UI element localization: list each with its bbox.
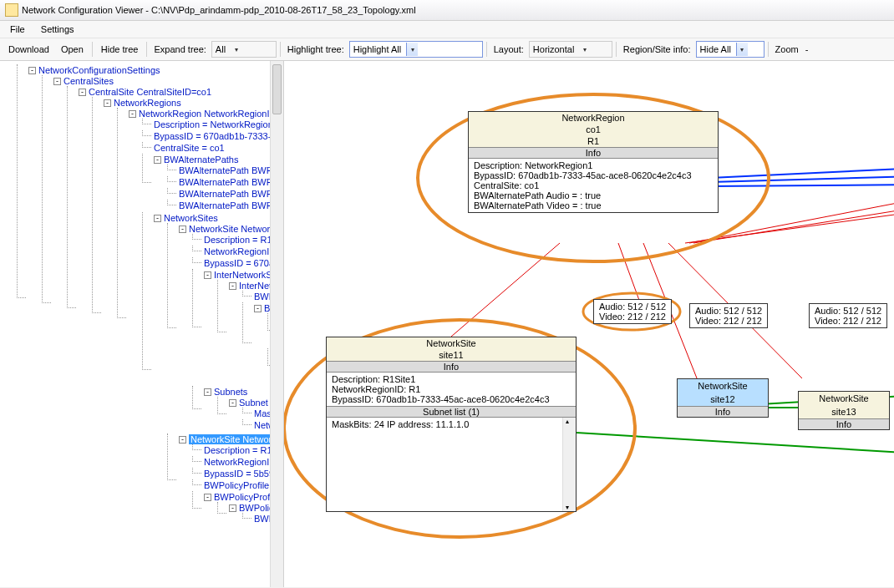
divider — [768, 42, 769, 57]
region-info-combo[interactable]: Hide All — [696, 41, 764, 58]
info-button[interactable]: Info — [327, 361, 576, 373]
diagram-canvas[interactable]: NetworkRegion co1 R1 Info Description: N… — [284, 61, 894, 587]
layout-combo[interactable]: Horizontal — [529, 41, 612, 58]
highlight-tree-value: Highlight All — [353, 44, 401, 54]
svg-line-10 — [577, 433, 894, 454]
region-info-label: Region/Site info: — [620, 44, 694, 54]
divider — [616, 42, 617, 57]
svg-line-3 — [451, 243, 560, 337]
subnet-list[interactable]: MaskBits: 24 IP address: 11.1.1.0 — [327, 418, 576, 511]
divider — [146, 42, 147, 57]
titlebar: Network Configuration Viewer - C:\NV\Pdp… — [0, 0, 894, 21]
network-site13-node[interactable]: NetworkSite site13 Info — [798, 391, 890, 430]
tree-item-selected[interactable]: -NetworkSite NetworkSiteID=site12 Descri… — [167, 433, 283, 527]
highlight-tree-label: Highlight tree: — [284, 44, 348, 54]
subnet-scrollbar[interactable] — [562, 418, 576, 511]
window-title: Network Configuration Viewer - C:\NV\Pdp… — [22, 5, 416, 15]
tree[interactable]: -NetworkConfigurationSettings -CentralSi… — [0, 61, 283, 535]
app-icon — [5, 3, 18, 17]
tree-panel: -NetworkConfigurationSettings -CentralSi… — [0, 61, 284, 587]
svg-line-0 — [710, 168, 894, 178]
svg-line-2 — [710, 185, 894, 186]
chevron-down-icon — [231, 43, 242, 56]
minus-icon[interactable]: - — [804, 44, 810, 54]
divider — [486, 42, 487, 57]
network-site11-node[interactable]: NetworkSite site11 Info Description: R1S… — [326, 337, 577, 512]
chevron-down-icon — [579, 43, 591, 56]
highlight-tree-combo[interactable]: Highlight All — [349, 41, 483, 58]
info-button[interactable]: Info — [799, 418, 889, 429]
toolbar: Download Open Hide tree Expand tree: All… — [0, 38, 894, 61]
info-button[interactable]: Info — [678, 406, 768, 417]
chevron-down-icon — [736, 43, 748, 56]
layout-value: Horizontal — [533, 44, 575, 54]
divider — [92, 42, 93, 57]
edge-label-3: Audio: 512 / 512Video: 212 / 212 — [809, 303, 887, 328]
hide-tree-button[interactable]: Hide tree — [96, 43, 144, 56]
chevron-down-icon — [406, 43, 418, 56]
menu-settings[interactable]: Settings — [34, 23, 81, 36]
layout-label: Layout: — [490, 44, 527, 54]
node-header: NetworkRegion — [469, 112, 718, 124]
info-button[interactable]: Info — [469, 147, 718, 159]
download-button[interactable]: Download — [3, 43, 54, 56]
edge-label-1: Audio: 512 / 512Video: 212 / 212 — [593, 299, 672, 324]
svg-line-8 — [689, 199, 894, 243]
expand-tree-value: All — [216, 44, 226, 54]
menu-file[interactable]: File — [3, 23, 32, 36]
divider — [280, 42, 281, 57]
network-site12-node[interactable]: NetworkSite site12 Info — [677, 378, 769, 418]
expand-tree-combo[interactable]: All — [211, 41, 277, 58]
menubar: File Settings — [0, 21, 894, 38]
network-region-node[interactable]: NetworkRegion co1 R1 Info Description: N… — [468, 111, 719, 213]
region-info-value: Hide All — [700, 44, 731, 54]
zoom-label: Zoom — [772, 44, 802, 54]
edge-label-2: Audio: 512 / 512Video: 212 / 212 — [689, 303, 768, 328]
main-area: -NetworkConfigurationSettings -CentralSi… — [0, 61, 894, 587]
open-button[interactable]: Open — [56, 43, 89, 56]
expand-tree-label: Expand tree: — [150, 44, 209, 54]
tree-scrollbar[interactable] — [270, 61, 283, 587]
